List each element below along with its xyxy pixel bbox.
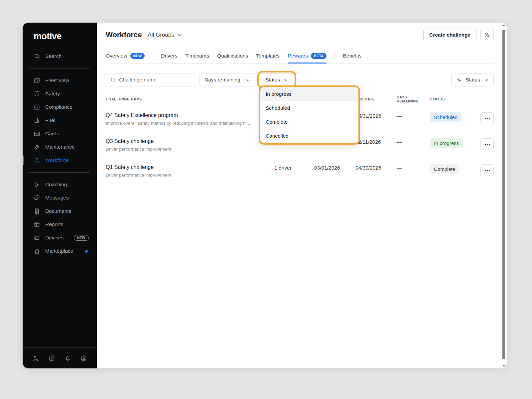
help-icon[interactable] [48,355,55,362]
notifications-bell-icon[interactable] [64,355,71,362]
sidebar-item-safety[interactable]: Safety [23,87,97,100]
tab-label: Timecards [185,53,209,59]
tab-templates[interactable]: Templates [256,49,280,63]
days-remaining-label: Days remaining [204,77,240,83]
status-dropdown-menu: In progress Scheduled Complete Cancelled [260,87,358,143]
vertical-scrollbar[interactable] [502,25,506,366]
row-actions-button[interactable] [480,112,494,124]
admin-settings-icon[interactable] [32,355,39,362]
tab-drivers[interactable]: Drivers [161,49,177,63]
challenge-name: Q4 Safety Excellence program [106,112,274,118]
dropdown-option-scheduled[interactable]: Scheduled [260,101,358,115]
sidebar-footer [23,348,97,368]
more-horizontal-icon [485,170,486,171]
row-actions-button[interactable] [480,138,494,150]
status-badge: In progress [430,138,463,148]
sidebar-item-label: Marketplace [45,248,73,254]
status-badge: Scheduled [430,112,462,122]
sidebar-item-workforce[interactable]: Workforce [23,154,97,167]
motive-logo: motive [34,31,97,42]
sidebar-item-search[interactable]: Search [23,50,97,63]
tab-benefits[interactable]: Benefits [343,49,361,63]
chat-bubbles-icon [34,195,40,201]
new-badge: NEW [74,235,89,241]
dropdown-option-cancelled[interactable]: Cancelled [260,129,358,143]
row-actions-button[interactable] [480,164,494,176]
scrollbar-down-arrow[interactable] [502,365,505,366]
tab-label: Overview [106,53,127,59]
column-header-end-date: END DATE [355,97,397,101]
tab-label: Drivers [161,53,177,59]
sidebar-item-documents[interactable]: Documents [23,204,97,218]
sort-label: Status [466,77,480,83]
sidebar-item-label: Documents [45,208,71,214]
sidebar-item-coaching[interactable]: Coaching [23,178,97,191]
status-filter[interactable]: Status [260,73,294,86]
sort-arrows-icon [456,77,462,83]
account-icon[interactable] [80,355,87,362]
dropdown-option-in-progress[interactable]: In progress [260,87,358,101]
challenge-name-cell: Q3 Safety challenge Driver performance i… [106,138,274,152]
sidebar-item-label: Fleet View [45,77,69,83]
group-selector[interactable]: All Groups [148,32,182,38]
sidebar-item-compliance[interactable]: Compliance [23,100,97,114]
sidebar-item-devices[interactable]: Devices NEW [23,231,97,244]
sidebar-item-marketplace[interactable]: Marketplace [23,244,97,258]
sidebar-item-messages[interactable]: Messages [23,191,97,204]
report-icon [34,221,40,228]
more-horizontal-icon [485,144,486,145]
sidebar-item-maintenance[interactable]: Maintenance [23,140,97,154]
status-cell: Scheduled [430,112,480,122]
dropdown-option-complete[interactable]: Complete [260,115,358,129]
scrollbar-up-arrow[interactable] [502,25,505,26]
sidebar-item-label: Maintenance [45,144,75,150]
challenge-description: Improve overall safety metrics by reduci… [106,121,259,126]
sidebar-item-fleet-view[interactable]: Fleet View [23,74,97,87]
sidebar-item-label: Cards [45,131,59,137]
user-settings-button[interactable] [480,29,494,41]
days-remaining-filter[interactable]: Days remaining [200,73,255,86]
sidebar-divider [29,68,90,68]
sidebar-item-fuel[interactable]: Fuel [23,114,97,127]
chevron-down-icon [245,77,250,82]
tab-overview[interactable]: Overview NEW [106,49,145,63]
sort-selector[interactable]: Status [451,73,494,86]
beta-badge: BETA [311,53,327,59]
scrollbar-thumb[interactable] [502,30,505,359]
main-content: Workforce All Groups Create challenge Ov… [97,23,507,368]
create-challenge-button[interactable]: Create challenge [423,29,476,41]
column-header-status: STATUS [430,97,480,101]
tab-rewards[interactable]: Rewards BETA [288,49,327,63]
whistle-icon [34,181,40,188]
challenge-search-input[interactable] [119,77,191,83]
challenge-name: Q3 Safety challenge [106,138,274,144]
page-title: Workforce [106,31,142,39]
sidebar-item-label: Search [45,53,62,59]
start-date-cell: 03/01/2026 [314,164,355,171]
sidebar-item-label: Workforce [45,157,68,163]
tab-label: Templates [256,53,280,59]
status-badge: Complete [430,164,459,174]
sidebar-item-label: Devices [45,235,64,241]
days-remaining-cell: — [397,112,430,119]
challenge-description: Driver performance improvement. [106,173,259,178]
sidebar-item-reports[interactable]: Reports [23,218,97,231]
end-date-cell: 02/11/2026 [355,138,397,145]
tab-divider [334,52,335,60]
tab-label: Rewards [288,53,308,59]
challenge-search-box[interactable] [106,73,195,86]
sidebar-spacer [23,258,97,347]
tab-qualifications[interactable]: Qualifications [217,49,248,63]
new-badge: NEW [130,53,145,59]
tab-divider [153,52,153,60]
table-row[interactable]: Q1 Safety challenge Driver performance i… [106,159,494,185]
compliance-chart-icon [34,104,40,110]
wrench-icon [34,144,40,150]
search-icon [110,77,116,83]
end-date-cell: 04/30/2026 [355,164,397,171]
sidebar-item-cards[interactable]: Cards [23,127,97,140]
group-selector-label: All Groups [148,32,174,38]
more-horizontal-icon [485,118,486,119]
person-icon [34,157,40,164]
tab-timecards[interactable]: Timecards [185,49,209,63]
